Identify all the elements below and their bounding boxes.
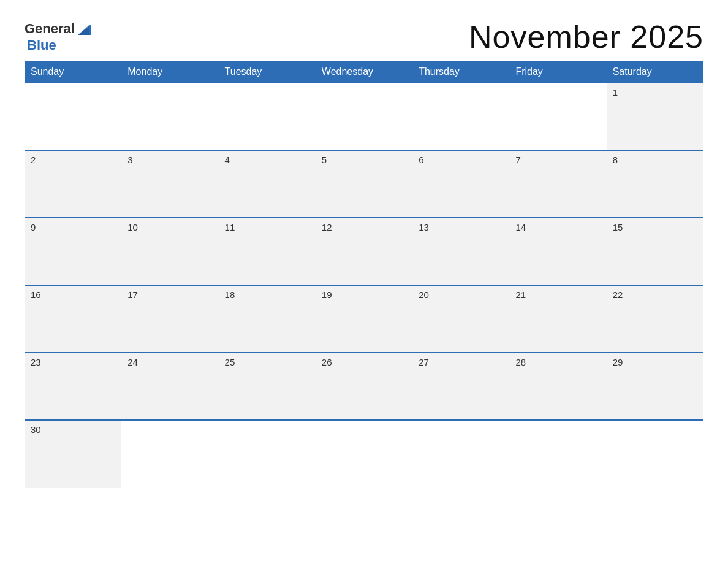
calendar-cell: 13	[412, 218, 509, 285]
calendar-cell	[121, 83, 218, 150]
calendar-table: SundayMondayTuesdayWednesdayThursdayFrid…	[25, 61, 703, 488]
calendar-cell: 2	[25, 150, 121, 218]
calendar-cell: 7	[509, 150, 606, 218]
calendar-cell	[219, 420, 316, 488]
calendar-cell: 22	[607, 285, 703, 353]
day-number: 3	[127, 155, 132, 165]
day-number: 6	[419, 155, 423, 165]
calendar-cell: 8	[607, 150, 703, 218]
calendar-cell: 19	[316, 285, 412, 353]
calendar-cell: 4	[219, 150, 316, 218]
day-number: 16	[31, 289, 41, 300]
logo-triangle-icon	[77, 21, 93, 37]
calendar-cell: 27	[412, 353, 509, 420]
day-number: 19	[322, 289, 332, 300]
logo: General Blue	[25, 20, 93, 53]
day-number: 24	[127, 357, 138, 367]
calendar-cell	[509, 83, 606, 150]
day-number: 17	[127, 289, 138, 300]
calendar-cell: 12	[316, 218, 412, 285]
calendar-cell	[509, 420, 606, 488]
calendar-cell: 18	[219, 285, 316, 353]
day-number: 30	[31, 424, 41, 435]
day-number: 27	[419, 357, 429, 367]
day-header-monday: Monday	[121, 61, 218, 83]
calendar-cell: 15	[607, 218, 703, 285]
day-number: 5	[322, 155, 327, 165]
day-number: 2	[31, 155, 36, 165]
calendar-cell: 26	[316, 353, 412, 420]
calendar-cell: 23	[25, 353, 121, 420]
day-number: 7	[515, 155, 520, 165]
day-header-tuesday: Tuesday	[219, 61, 316, 83]
calendar-cell: 17	[121, 285, 218, 353]
calendar-cell	[219, 83, 316, 150]
week-row-2: 2345678	[25, 150, 703, 218]
calendar-body: 1234567891011121314151617181920212223242…	[25, 83, 703, 488]
day-header-friday: Friday	[509, 61, 606, 83]
calendar-cell	[607, 420, 703, 488]
day-number: 4	[225, 155, 230, 165]
day-header-sunday: Sunday	[25, 61, 121, 83]
calendar-cell: 5	[316, 150, 412, 218]
svg-marker-1	[78, 25, 89, 35]
day-number: 20	[419, 289, 429, 300]
page-header: General Blue November 2025	[25, 18, 703, 55]
day-number: 23	[31, 357, 41, 367]
day-number: 21	[515, 289, 526, 300]
calendar-cell	[412, 420, 509, 488]
calendar-header: SundayMondayTuesdayWednesdayThursdayFrid…	[25, 61, 703, 83]
day-number: 26	[322, 357, 332, 367]
calendar-cell: 29	[607, 353, 703, 420]
calendar-cell: 28	[509, 353, 606, 420]
day-number: 10	[127, 222, 138, 232]
day-number: 29	[613, 357, 623, 367]
calendar-cell: 30	[25, 420, 121, 488]
calendar-cell: 9	[25, 218, 121, 285]
calendar-cell	[316, 420, 412, 488]
calendar-cell: 16	[25, 285, 121, 353]
day-number: 8	[613, 155, 618, 165]
day-number: 28	[515, 357, 526, 367]
calendar-cell	[121, 420, 218, 488]
logo-blue-text: Blue	[27, 37, 56, 53]
calendar-cell	[25, 83, 121, 150]
day-number: 15	[613, 222, 623, 232]
calendar-cell: 3	[121, 150, 218, 218]
calendar-cell: 21	[509, 285, 606, 353]
day-number: 1	[613, 87, 618, 98]
day-header-saturday: Saturday	[607, 61, 703, 83]
day-number: 18	[225, 289, 235, 300]
day-header-thursday: Thursday	[412, 61, 509, 83]
calendar-cell: 1	[607, 83, 703, 150]
week-row-3: 9101112131415	[25, 218, 703, 285]
calendar-cell	[412, 83, 509, 150]
week-row-5: 23242526272829	[25, 353, 703, 420]
month-title: November 2025	[469, 18, 703, 55]
week-row-4: 16171819202122	[25, 285, 703, 353]
day-number: 11	[225, 222, 235, 232]
calendar-cell: 11	[219, 218, 316, 285]
calendar-cell: 14	[509, 218, 606, 285]
day-header-wednesday: Wednesday	[316, 61, 412, 83]
day-number: 12	[322, 222, 332, 232]
calendar-cell: 20	[412, 285, 509, 353]
day-number: 9	[31, 222, 36, 232]
day-number: 25	[225, 357, 235, 367]
day-number: 14	[515, 222, 526, 232]
calendar-cell: 25	[219, 353, 316, 420]
calendar-cell: 24	[121, 353, 218, 420]
calendar-cell	[316, 83, 412, 150]
day-number: 22	[613, 289, 623, 300]
week-row-6: 30	[25, 420, 703, 488]
week-row-1: 1	[25, 83, 703, 150]
days-of-week-row: SundayMondayTuesdayWednesdayThursdayFrid…	[25, 61, 703, 83]
day-number: 13	[419, 222, 429, 232]
calendar-cell: 10	[121, 218, 218, 285]
logo-general-text: General	[25, 21, 75, 37]
calendar-cell: 6	[412, 150, 509, 218]
